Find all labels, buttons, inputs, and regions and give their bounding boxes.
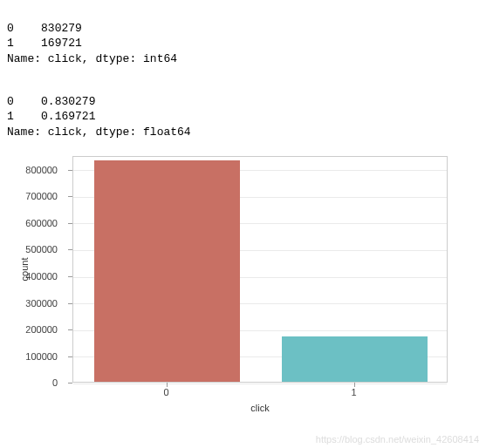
- y-tick-label: 300000: [5, 298, 58, 309]
- bar-0: [94, 160, 241, 382]
- y-tick-label: 0: [5, 377, 58, 388]
- y-tick-label: 600000: [5, 218, 58, 228]
- watermark-text: https://blog.csdn.net/weixin_42608414: [316, 434, 479, 445]
- y-axis-label: count: [19, 258, 30, 282]
- y-tick-label: 100000: [5, 351, 58, 362]
- row: 0 830279: [7, 22, 82, 35]
- series-float-output: 0 0.830279 1 0.169721 Name: click, dtype…: [7, 78, 479, 139]
- series-footer: Name: click, dtype: int64: [7, 52, 177, 65]
- y-tick-label: 700000: [5, 191, 58, 201]
- row: 0 0.830279: [7, 95, 95, 108]
- y-tick-label: 500000: [5, 244, 58, 255]
- series-int-output: 0 830279 1 169721 Name: click, dtype: in…: [7, 5, 479, 66]
- y-tick-label: 200000: [5, 324, 58, 335]
- row: 1 0.169721: [7, 110, 95, 123]
- countplot-chart: 0100000200000300000400000500000600000700…: [7, 152, 461, 422]
- plot-area: [72, 156, 448, 383]
- series-footer: Name: click, dtype: float64: [7, 126, 191, 139]
- x-tick-label: 0: [163, 387, 168, 397]
- y-tick-label: 400000: [5, 271, 58, 282]
- y-tick-label: 800000: [5, 165, 58, 175]
- x-axis-label: click: [250, 403, 269, 413]
- bar-1: [282, 336, 428, 382]
- x-tick-label: 1: [351, 387, 356, 397]
- row: 1 169721: [7, 37, 82, 50]
